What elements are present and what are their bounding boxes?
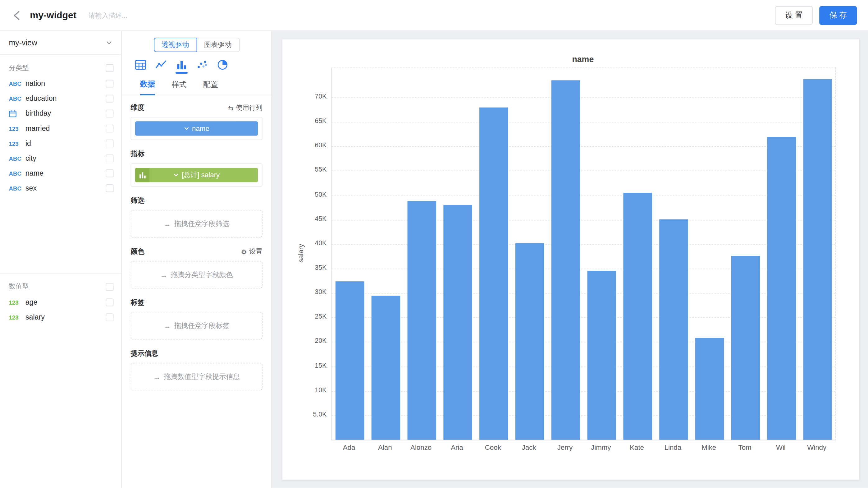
line-chart-icon[interactable] [155, 59, 167, 74]
bar-band [368, 68, 404, 440]
drag-arrow-icon: → [153, 372, 160, 381]
field-item-age[interactable]: 123age [9, 295, 114, 310]
bar-band [727, 68, 763, 440]
x-tick-label: Mike [691, 444, 727, 451]
x-tick-label: Jack [511, 444, 547, 451]
mode-chart-button[interactable]: 图表驱动 [197, 38, 239, 52]
y-tick-label: 70K [296, 93, 327, 100]
field-item-name[interactable]: ABCname [9, 166, 114, 181]
bar-Jimmy[interactable] [587, 271, 616, 440]
bar-band [404, 68, 440, 440]
field-item-salary[interactable]: 123salary [9, 310, 114, 325]
field-checkbox[interactable] [105, 298, 114, 306]
numeric-section-header: 数值型 [9, 282, 114, 291]
field-item-birthday[interactable]: birthday [9, 106, 114, 121]
use-rows-cols-button[interactable]: ⇆ 使用行列 [228, 103, 262, 112]
field-item-nation[interactable]: ABCnation [9, 76, 114, 91]
bar-band [440, 68, 476, 440]
y-axis-ticks: 5.0K10K15K20K25K30K35K40K45K50K55K60K65K… [296, 67, 327, 439]
bar-Jack[interactable] [515, 243, 544, 439]
field-type-badge: 123 [9, 299, 26, 305]
x-tick-label: Jerry [547, 444, 583, 451]
x-tick-label: Alan [367, 444, 403, 451]
field-item-sex[interactable]: ABCsex [9, 181, 114, 195]
field-checkbox[interactable] [105, 94, 114, 102]
metric-label: 指标 [131, 150, 145, 159]
field-label: id [26, 139, 105, 147]
bar-Jerry[interactable] [551, 81, 580, 440]
tab-data[interactable]: 数据 [140, 79, 155, 95]
settings-button[interactable]: 设 置 [775, 6, 813, 25]
bar-Cook[interactable] [479, 107, 508, 440]
field-checkbox[interactable] [105, 154, 114, 162]
tab-style[interactable]: 样式 [172, 80, 186, 95]
field-item-education[interactable]: ABCeducation [9, 91, 114, 106]
chevron-down-icon [105, 39, 112, 46]
color-dropzone[interactable]: → 拖拽分类型字段颜色 [131, 261, 262, 288]
y-tick-label: 45K [296, 215, 327, 222]
field-checkbox[interactable] [105, 80, 114, 87]
field-checkbox[interactable] [105, 110, 114, 117]
topbar-actions: 设 置 保 存 [775, 6, 857, 25]
bar-Alonzo[interactable] [407, 201, 436, 440]
metric-pill-label: [总计] salary [182, 170, 220, 180]
save-button[interactable]: 保 存 [819, 6, 857, 25]
bar-Alan[interactable] [371, 296, 400, 440]
field-label: married [26, 124, 105, 132]
description-input[interactable] [88, 11, 212, 20]
chevron-left-icon [11, 9, 23, 22]
table-chart-icon[interactable] [134, 59, 147, 74]
bar-Ada[interactable] [335, 281, 364, 440]
numeric-select-all-checkbox[interactable] [105, 283, 114, 291]
filter-hint: 拖拽任意字段筛选 [174, 219, 229, 228]
bars-layer [332, 68, 835, 440]
tooltip-label: 提示信息 [131, 349, 158, 358]
view-selector-label: my-view [9, 38, 37, 47]
mode-pivot-button[interactable]: 透视驱动 [153, 38, 197, 52]
color-settings-label: 设置 [249, 247, 262, 256]
bar-Linda[interactable] [659, 219, 688, 440]
field-type-badge: ABC [9, 170, 26, 176]
field-checkbox[interactable] [105, 124, 114, 132]
field-checkbox[interactable] [105, 139, 114, 147]
tooltip-dropzone[interactable]: → 拖拽数值型字段提示信息 [131, 363, 262, 390]
field-item-married[interactable]: 123married [9, 121, 114, 135]
scatter-chart-icon[interactable] [196, 59, 208, 74]
bar-Tom[interactable] [731, 256, 760, 440]
panel-tabs: 数据 样式 配置 [122, 77, 271, 95]
field-type-badge: 123 [9, 314, 26, 320]
bar-band [476, 68, 512, 440]
metric-pill-salary[interactable]: [总计] salary [135, 168, 258, 182]
bar-band [619, 68, 655, 440]
bar-Wil[interactable] [767, 136, 796, 439]
field-checkbox[interactable] [105, 169, 114, 177]
filter-dropzone[interactable]: → 拖拽任意字段筛选 [131, 210, 262, 238]
tab-config[interactable]: 配置 [203, 80, 218, 95]
widget-editor-app: my-widget 设 置 保 存 my-view 分类型 ABCnationA… [0, 0, 868, 488]
bar-chart-icon[interactable] [176, 59, 188, 74]
pie-chart-icon[interactable] [217, 59, 229, 74]
dimension-pill-name[interactable]: name [135, 121, 258, 135]
bar-Windy[interactable] [803, 79, 832, 439]
back-button[interactable] [11, 9, 23, 22]
bar-Aria[interactable] [443, 205, 472, 440]
numeric-section-label: 数值型 [9, 282, 29, 291]
bar-Mike[interactable] [695, 338, 724, 440]
field-label: birthday [26, 109, 105, 118]
y-tick-label: 15K [296, 362, 327, 369]
field-label: sex [26, 184, 105, 192]
bar-Kate[interactable] [623, 193, 652, 439]
bar-band [763, 68, 799, 440]
dimension-pill-label: name [192, 125, 209, 132]
label-dropzone[interactable]: → 拖拽任意字段标签 [131, 312, 262, 339]
view-selector[interactable]: my-view [0, 31, 121, 55]
color-settings-button[interactable]: ⚙ 设置 [241, 247, 262, 256]
label-hint: 拖拽任意字段标签 [174, 321, 229, 330]
field-checkbox[interactable] [105, 184, 114, 192]
bar-band [799, 68, 835, 440]
field-checkbox[interactable] [105, 313, 114, 321]
categorical-select-all-checkbox[interactable] [105, 64, 114, 72]
field-item-city[interactable]: ABCcity [9, 151, 114, 166]
field-item-id[interactable]: 123id [9, 136, 114, 151]
field-type-badge: ABC [9, 185, 26, 191]
